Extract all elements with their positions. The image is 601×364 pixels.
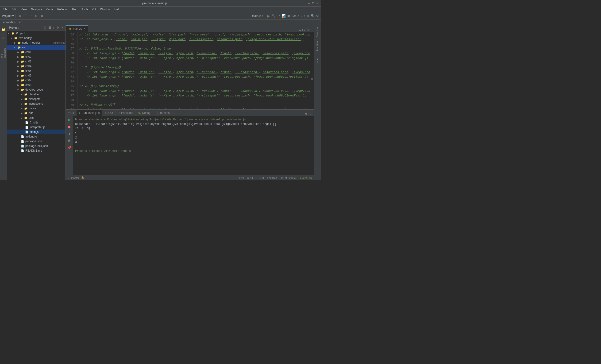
tree-item-gitignore[interactable]: 📄 .gitignore (7, 134, 66, 139)
tree-item-jvm-nodejs[interactable]: ▾ 📂 jvm-nodejs (7, 36, 66, 40)
tree-item-ch05[interactable]: ▶ 📁 ch05 (7, 69, 66, 73)
tree-item-src[interactable]: ▾ 📂 src (7, 45, 66, 50)
tree-item-classfile[interactable]: ▶ 📁 classfile (7, 92, 66, 97)
run-pin-icon[interactable]: 📌 (67, 145, 72, 150)
git-check2[interactable]: ✓ (300, 14, 303, 18)
expand-icon[interactable]: ↕ (29, 14, 33, 18)
profile-button[interactable]: 📊 (281, 14, 285, 18)
tree-collapse-icon[interactable]: ↕ (53, 26, 55, 29)
find-icon[interactable]: 🔍 (311, 14, 315, 18)
tree-filter-icon[interactable]: ☰ (48, 26, 51, 29)
run-button[interactable]: ▶ (267, 13, 270, 19)
tree-item-project[interactable]: ▾ 📁 Project (7, 31, 66, 36)
tree-item-ch04[interactable]: ▶ 📁 ch04 (7, 64, 66, 69)
project-label[interactable]: Project ▾ (2, 14, 14, 18)
close-panel-icon[interactable]: ✕ (40, 14, 44, 18)
tree-item-readme-md[interactable]: 📄 README.md (7, 148, 66, 153)
npm-panel-icon[interactable]: npm (315, 53, 320, 67)
bottom-tab-debug[interactable]: 🐛 Debug (136, 110, 153, 116)
settings-right-icon[interactable]: ⚙ (316, 14, 319, 18)
breadcrumb-src[interactable]: src (18, 21, 22, 24)
commit-icon[interactable]: ✔ (1, 35, 6, 41)
menu-item-file[interactable]: File (1, 7, 9, 11)
git-check1[interactable]: ✓ (297, 14, 300, 18)
tree-close-icon[interactable]: ⚙ (56, 26, 59, 29)
code-editor[interactable]: 64 65 66 67 68 69 70 71 72 73 74 75 76 7… (66, 32, 314, 109)
maximize-button[interactable]: □ (312, 2, 315, 5)
breadcrumb-project[interactable]: jvm-nodejs (2, 21, 16, 24)
tree-item-native[interactable]: ▶ 📁 native (7, 106, 66, 111)
tree-item-interpreter-js[interactable]: 📄 Interpreter.js (7, 125, 66, 129)
minimize-button[interactable]: ─ (308, 2, 310, 5)
tree-item-ch07[interactable]: ▶ 📁 ch07 (7, 78, 66, 83)
run-close-icon[interactable]: ✕ (309, 112, 312, 116)
tree-item-ch06[interactable]: ▶ 📁 ch06 (7, 73, 66, 78)
tree-item-package-lock-json[interactable]: 📄 package-lock.json (7, 144, 66, 148)
menu-item-git[interactable]: Git (90, 7, 98, 11)
git-branch-name[interactable]: master (71, 177, 79, 179)
encoding-status[interactable]: UTF-8 (257, 177, 264, 179)
bottom-tab-problems[interactable]: ⚠ Problems (116, 110, 136, 116)
tree-item-node-modules[interactable]: ▶ 📁 node_modules library root (7, 40, 66, 45)
bottom-tab-terminal[interactable]: ⬛ Terminal (153, 110, 173, 116)
menu-item-code[interactable]: Code (44, 7, 55, 11)
bottom-tab-todo[interactable]: TODO (102, 110, 115, 116)
close-button[interactable]: ✕ (316, 2, 319, 5)
revert-icon[interactable]: ↺ (307, 14, 310, 18)
run-tab-close[interactable]: ✕ (98, 112, 100, 114)
build-button[interactable]: 🔨 (271, 14, 275, 18)
tree-item-package-json[interactable]: 📄 package.json (7, 139, 66, 144)
stop-button[interactable]: ⏹ (287, 14, 290, 18)
project-panel-icon[interactable]: 📁 (1, 27, 6, 32)
code-content[interactable]: // let fake_args = ['node', 'main.js', '… (78, 32, 310, 109)
menu-item-edit[interactable]: Edit (10, 7, 18, 11)
event-log-status[interactable]: Event Log (300, 177, 312, 179)
run-clear-icon[interactable]: 🗑 (67, 138, 72, 143)
title-bar: jvm-nodejs - main.js ─ □ ✕ (0, 0, 321, 7)
tree-item-ch02[interactable]: ▶ 📁 ch02 (7, 54, 66, 59)
tree-item-cmd-js[interactable]: 📄 Cmd.js (7, 120, 66, 125)
tree-item-instructions[interactable]: ▶ 📁 instructions (7, 101, 66, 106)
tree-settings-icon[interactable]: ⚙ (44, 26, 47, 29)
tree-item-rtda[interactable]: ▶ 📁 rtda (7, 111, 66, 116)
run-stop-icon[interactable]: ⏹ (67, 124, 72, 129)
menu-item-tools[interactable]: Tools (80, 7, 90, 11)
structure-panel-icon[interactable]: Structure (315, 25, 320, 39)
pull-requests-icon[interactable]: Pull Requests (1, 44, 6, 58)
settings2-icon[interactable]: ⚙ (34, 14, 39, 18)
line-col-status[interactable]: 82:1 (239, 177, 244, 179)
memory-status[interactable]: 592 of 2048MB (280, 177, 297, 179)
bottom-tab-run[interactable]: ▶ Run main.js ✕ (77, 110, 102, 116)
tree-item-ch01[interactable]: ▶ 📁 ch01 (7, 50, 66, 54)
menu-item-navigate[interactable]: Navigate (29, 7, 44, 11)
run-restart-icon[interactable]: ▶ (67, 117, 72, 122)
line-ending-status[interactable]: CRLF (247, 177, 254, 179)
menu-item-refactor[interactable]: Refactor (55, 7, 70, 11)
bottom-tab-git[interactable]: ⑂ Git (66, 110, 77, 116)
menu-item-view[interactable]: View (19, 7, 29, 11)
run-settings-icon[interactable]: ⚙ (304, 112, 307, 116)
tree-item-ch03[interactable]: ▶ 📁 ch03 (7, 59, 66, 64)
menu-item-run[interactable]: Run (70, 7, 79, 11)
indent-status[interactable]: 4 spaces (267, 177, 277, 179)
menu-item-help[interactable]: Help (112, 7, 122, 11)
run-scroll-to-end-icon[interactable]: ⬇ (67, 131, 72, 136)
coverage-button[interactable]: 🛡 (277, 14, 280, 18)
git-arrow-up[interactable]: ↑ (304, 14, 306, 18)
tab-main-js[interactable]: JS main.js ✕ (66, 25, 88, 32)
tree-item-main-js[interactable]: 📄 main.js (7, 129, 66, 134)
tab-close-button[interactable]: ✕ (83, 28, 85, 30)
tree-item-ch08[interactable]: ▶ 📁 ch08 (7, 83, 66, 87)
run-config[interactable]: main.js ▾ (250, 14, 265, 18)
run-output[interactable]: D:\nodejs\node.exe E:\LearningDisk\Learn… (73, 116, 314, 175)
favorites-panel-icon[interactable]: Favorites (315, 39, 320, 53)
tree-item-develop-code[interactable]: ▾ 📂 develop_code (7, 87, 66, 92)
tree-item-utils[interactable]: ▶ 📁 utils (7, 116, 66, 120)
hierarchy-icon[interactable]: ☰ (23, 14, 28, 18)
tree-item-classpath[interactable]: ▶ 📁 classpath (7, 97, 66, 101)
line-num-79: 79 (66, 103, 75, 108)
tree-x-icon[interactable]: ✕ (61, 26, 64, 29)
run-config-dropdown[interactable]: ▾ (262, 15, 263, 17)
settings-icon[interactable]: ⚙ (18, 14, 22, 18)
menu-item-window[interactable]: Window (98, 7, 112, 11)
